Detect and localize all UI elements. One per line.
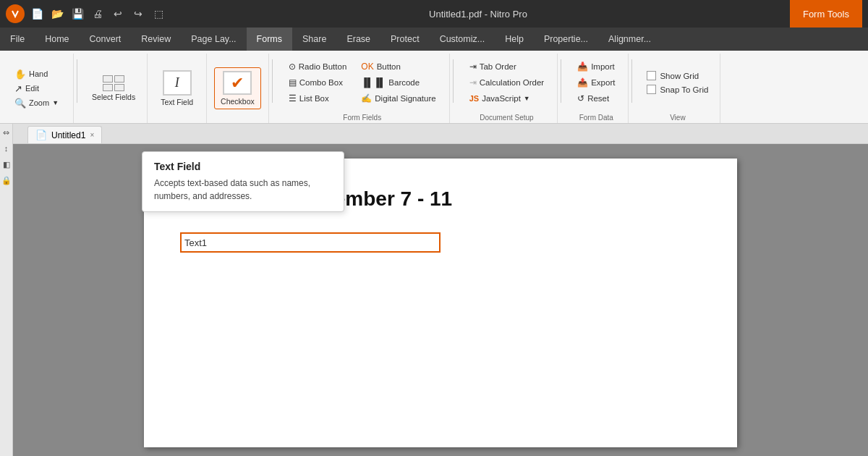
button-icon: OK — [361, 62, 373, 72]
reset-btn[interactable]: ↺ Reset — [573, 91, 619, 106]
zoom-label: Zoom — [29, 98, 49, 107]
reset-icon: ↺ — [577, 93, 584, 104]
javascript-btn[interactable]: JS JavaScript ▼ — [465, 91, 548, 106]
new-icon[interactable]: 📄 — [29, 6, 45, 22]
document-setup-content: ⇥ Tab Order ⇥ Calculation Order JS JavaS… — [462, 54, 551, 111]
tooltip-description: Accepts text-based data such as names, n… — [154, 177, 332, 203]
menu-review[interactable]: Review — [131, 28, 181, 51]
select-fields-btn[interactable]: Select Fields — [88, 67, 140, 109]
menu-properties[interactable]: Propertie... — [534, 28, 598, 51]
menu-bar: File Home Convert Review Page Lay... For… — [0, 28, 868, 51]
combo-box-btn[interactable]: ▤ Combo Box — [284, 75, 352, 90]
import-icon: 📥 — [577, 62, 588, 72]
menu-help[interactable]: Help — [495, 28, 534, 51]
form-fields-content: ⊙ Radio Button ▤ Combo Box ☰ List Box OK… — [281, 54, 443, 111]
barcode-btn[interactable]: ▐▌▐▌ Barcode — [357, 75, 440, 90]
tab-doc-icon: 📄 — [35, 130, 47, 140]
form-tools-tab[interactable]: Form Tools — [790, 0, 862, 28]
menu-pagelayout[interactable]: Page Lay... — [181, 28, 246, 51]
text-field-btn[interactable]: I Text Field — [155, 67, 199, 109]
show-grid-cb-box[interactable] — [647, 71, 656, 80]
barcode-icon: ▐▌▐▌ — [361, 77, 386, 88]
sidebar-icon-3[interactable]: ◧ — [1, 159, 12, 170]
save-icon[interactable]: 💾 — [69, 6, 85, 22]
calc-order-label: Calculation Order — [480, 78, 544, 87]
menu-customize[interactable]: Customiz... — [430, 28, 495, 51]
list-box-btn[interactable]: ☰ List Box — [284, 91, 352, 106]
barcode-label: Barcode — [388, 78, 420, 87]
text-field-input[interactable]: Text1 — [180, 232, 441, 253]
menu-alignment[interactable]: Alignmer... — [598, 28, 661, 51]
hand-tool-btn[interactable]: ✋ Hand — [10, 67, 63, 81]
menu-forms[interactable]: Forms — [247, 28, 292, 51]
hand-icon: ✋ — [14, 69, 26, 80]
undo-icon[interactable]: ↩ — [110, 6, 126, 22]
list-icon: ☰ — [289, 93, 297, 104]
sidebar-icon-2[interactable]: ↕ — [1, 143, 12, 154]
ribbon-group-form-data: 📥 Import 📤 Export ↺ Reset Form Data — [564, 54, 629, 123]
window-title: Untitled1.pdf - Nitro Pro — [166, 9, 790, 20]
checkbox-content: ✔ Checkbox — [213, 54, 263, 123]
tab-label: Untitled1 — [51, 130, 85, 140]
radio-icon: ⊙ — [289, 62, 296, 72]
form-data-items: 📥 Import 📤 Export ↺ Reset — [571, 56, 621, 109]
open-icon[interactable]: 📂 — [49, 6, 65, 22]
combo-label: Combo Box — [299, 78, 343, 87]
text-field-content: I Text Field — [153, 54, 200, 123]
view-group-label: View — [641, 111, 714, 123]
edit-icon: ↗ — [14, 83, 22, 94]
digital-sig-btn[interactable]: ✍ Digital Signature — [357, 91, 440, 106]
button-btn[interactable]: OK Button — [357, 59, 440, 74]
ribbon-group-select-fields: Select Fields — [80, 54, 148, 123]
text-field-label: Text Field — [161, 98, 193, 106]
export-btn[interactable]: 📤 Export — [573, 75, 619, 90]
tooltip-title: Text Field — [154, 161, 332, 172]
print-icon[interactable]: 🖨 — [90, 6, 106, 22]
menu-home[interactable]: Home — [35, 28, 79, 51]
document-area: ⇔ ↕ ◧ 🔒 📄 Untitled1 × Text Field Accepts… — [0, 124, 868, 456]
tab-close-btn[interactable]: × — [90, 131, 94, 139]
js-dropdown-icon[interactable]: ▼ — [524, 95, 530, 102]
text-field-tooltip: Text Field Accepts text-based data such … — [142, 151, 344, 212]
text-field-icon: I — [163, 70, 192, 96]
import-btn[interactable]: 📥 Import — [573, 59, 619, 74]
ribbon-group-document-setup: ⇥ Tab Order ⇥ Calculation Order JS JavaS… — [456, 54, 558, 123]
menu-share[interactable]: Share — [292, 28, 336, 51]
tab-order-btn[interactable]: ⇥ Tab Order — [465, 59, 548, 74]
sidebar-icon-4[interactable]: 🔒 — [1, 174, 12, 186]
left-tools: ✋ Hand ↗ Edit 🔍 Zoom ▼ — [7, 64, 66, 113]
menu-protect[interactable]: Protect — [380, 28, 430, 51]
zoom-dropdown-icon[interactable]: ▼ — [52, 99, 59, 106]
document-setup-group-label: Document Setup — [462, 111, 551, 123]
sidebar-icon-1[interactable]: ⇔ — [1, 127, 12, 138]
menu-erase[interactable]: Erase — [336, 28, 380, 51]
tab-order-icon: ⇥ — [469, 62, 477, 72]
edit-tool-btn[interactable]: ↗ Edit — [10, 81, 63, 96]
checkbox-btn[interactable]: ✔ Checkbox — [214, 67, 261, 109]
zoom-tool-btn[interactable]: 🔍 Zoom ▼ — [10, 96, 63, 110]
snap-to-grid-label: Snap To Grid — [660, 85, 708, 94]
js-label: JavaScript — [482, 94, 521, 103]
snap-to-grid-checkbox[interactable]: Snap To Grid — [644, 83, 711, 96]
tab-order-label: Tab Order — [480, 62, 516, 71]
zoom-icon: 🔍 — [14, 98, 26, 109]
document-tab[interactable]: 📄 Untitled1 × — [27, 126, 102, 143]
radio-button-btn[interactable]: ⊙ Radio Button — [284, 59, 352, 74]
ribbon-group-view: Show Grid Snap To Grid View — [635, 54, 720, 123]
js-icon: JS — [469, 94, 479, 103]
select-icon[interactable]: ⬚ — [150, 6, 166, 22]
menu-convert[interactable]: Convert — [80, 28, 132, 51]
calc-order-btn[interactable]: ⇥ Calculation Order — [465, 75, 548, 90]
snap-to-grid-cb-box[interactable] — [647, 85, 656, 94]
ribbon: ✋ Hand ↗ Edit 🔍 Zoom ▼ — [0, 51, 868, 124]
menu-file[interactable]: File — [0, 28, 35, 51]
digital-sig-icon: ✍ — [361, 93, 372, 104]
form-fields-left: ⊙ Radio Button ▤ Combo Box ☰ List Box — [283, 56, 353, 109]
show-grid-checkbox[interactable]: Show Grid — [644, 69, 711, 82]
form-data-group-label: Form Data — [570, 111, 622, 123]
select-fields-icon — [103, 75, 124, 91]
app-icon — [6, 4, 25, 23]
title-bar-left: 📄 📂 💾 🖨 ↩ ↪ ⬚ — [6, 4, 166, 23]
show-grid-label: Show Grid — [660, 72, 699, 80]
redo-icon[interactable]: ↪ — [130, 6, 146, 22]
